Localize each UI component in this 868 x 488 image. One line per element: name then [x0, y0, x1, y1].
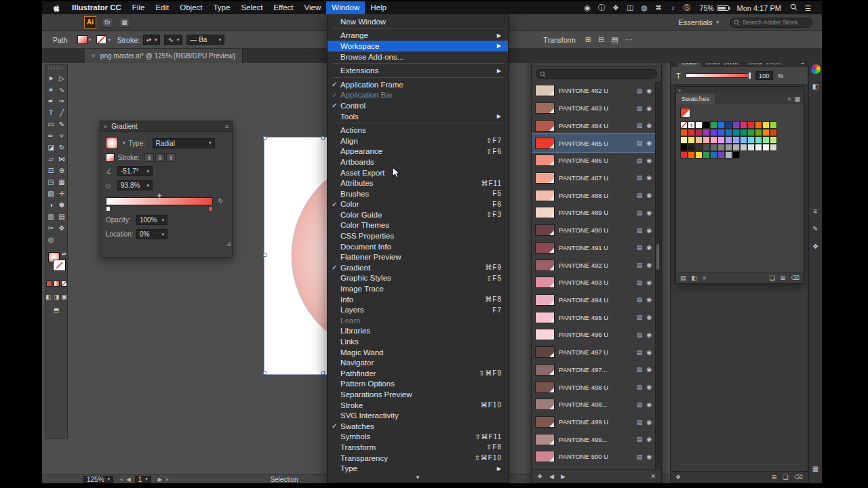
selection-tool[interactable]: ➤	[45, 73, 56, 84]
gradient-annotator-icon[interactable]: ↻	[218, 197, 223, 204]
swatch-libraries-icon[interactable]: ▤	[680, 274, 686, 281]
close-icon[interactable]: ×	[678, 87, 682, 94]
menu-item-color-guide[interactable]: Color Guide⇧F3	[328, 209, 508, 220]
swatch-cell[interactable]	[725, 129, 732, 136]
swatch-cell[interactable]	[703, 144, 710, 151]
pantone-swatch-row[interactable]: PANTONE 493 U▤◉	[532, 274, 655, 291]
swatch-cell[interactable]	[717, 121, 725, 129]
menu-item-gradient[interactable]: ✓Gradient⌘F9	[328, 262, 508, 273]
pen-tool[interactable]: ✒	[45, 96, 56, 107]
screen-mode-button[interactable]: ⬒	[45, 307, 67, 314]
menu-item-appearance[interactable]: Appearance⇧F6	[328, 146, 508, 157]
lasso-tool[interactable]: ∿	[56, 84, 67, 96]
menubar-item-edit[interactable]: Edit	[150, 1, 174, 14]
menu-item-artboards[interactable]: Artboards	[328, 157, 508, 167]
menu-item-type[interactable]: Type▶	[328, 463, 508, 474]
new-item-icon[interactable]: ⊞	[772, 474, 777, 481]
swatch-cell[interactable]	[695, 151, 703, 159]
menu-item-pattern-options[interactable]: Pattern Options	[328, 379, 508, 390]
gradient-thumbnail[interactable]	[106, 137, 118, 149]
menu-item-flattener-preview[interactable]: Flattener Preview	[328, 251, 508, 262]
brush-definition-dropdown[interactable]: — Ba▾	[186, 35, 224, 45]
close-icon[interactable]: ×	[92, 52, 96, 60]
tab-swatches[interactable]: Swatches	[676, 94, 715, 104]
menu-item-extensions[interactable]: Extensions▶	[328, 65, 508, 76]
new-folder-icon[interactable]: ❑	[783, 474, 788, 481]
mission-control-icon[interactable]: ❖	[609, 3, 623, 13]
pantone-swatch-row[interactable]: PANTONE 487 U▤◉	[532, 169, 655, 187]
menu-item-links[interactable]: Links	[328, 336, 508, 347]
paintbrush-tool[interactable]: ✎	[56, 119, 67, 130]
swatch-cell[interactable]	[688, 129, 695, 136]
arrange-documents-button[interactable]: ▦	[119, 17, 130, 28]
swatch-cell[interactable]	[740, 144, 747, 151]
gradient-type-select[interactable]: Radial▾	[153, 138, 215, 148]
selection-handle[interactable]	[263, 136, 267, 140]
notification-center-icon[interactable]: ☰	[801, 4, 815, 12]
stroke-color-chip[interactable]	[96, 35, 106, 44]
swatch-cell[interactable]	[755, 129, 762, 136]
pantone-search-input[interactable]	[536, 69, 657, 79]
swatch-cell[interactable]	[680, 136, 688, 144]
menu-item-application-frame[interactable]: ✓Application Frame	[328, 79, 508, 90]
swatch-cell[interactable]	[725, 151, 732, 159]
menu-item-tools[interactable]: Tools▶	[328, 111, 508, 122]
swatch-cell[interactable]	[710, 129, 717, 136]
swatch-cell[interactable]	[732, 151, 740, 159]
selected-swatch-chip[interactable]	[680, 108, 690, 118]
menu-item-color-themes[interactable]: Color Themes	[328, 220, 508, 231]
scrollbar[interactable]	[655, 82, 660, 468]
swatch-none[interactable]	[680, 121, 688, 129]
more-options-icon[interactable]: ⋯	[625, 35, 633, 44]
direct-selection-tool[interactable]: ▷	[56, 73, 67, 84]
swatch-cell[interactable]	[717, 151, 725, 159]
artboard-prev-icon[interactable]: «	[120, 476, 123, 483]
menu-item-graphic-styles[interactable]: Graphic Styles⇧F5	[328, 273, 508, 284]
swatch-cell[interactable]	[732, 129, 740, 136]
eraser-tool[interactable]: ◪	[45, 142, 56, 153]
menu-scroll-indicator[interactable]: ▼	[328, 474, 508, 481]
transform-panel-link[interactable]: Transform	[543, 36, 575, 44]
fill-color-chip[interactable]	[77, 35, 87, 44]
gradient-opacity-input[interactable]: 100%▾	[136, 215, 167, 225]
menu-item-align[interactable]: Align⇧F7	[328, 136, 508, 146]
swatch-cell[interactable]	[688, 136, 695, 144]
scale-tool[interactable]: ▱	[45, 153, 56, 165]
menubar-item-select[interactable]: Select	[235, 1, 268, 14]
new-color-group-icon[interactable]: ❑	[770, 274, 775, 281]
pantone-swatch-row[interactable]: PANTONE 482 U▤◉	[532, 82, 655, 100]
rotate-tool[interactable]: ↻	[56, 142, 67, 153]
color-wheel-icon[interactable]	[811, 64, 821, 74]
shaper-tool[interactable]: ✧	[56, 130, 67, 142]
gradient-angle-input[interactable]: -51.7°▾	[117, 166, 153, 176]
swatch-cell[interactable]	[680, 151, 688, 159]
spotlight-search-icon[interactable]	[787, 3, 801, 12]
menu-item-new-window[interactable]: New Window	[328, 16, 508, 27]
grid-view-icon[interactable]: ▦	[794, 96, 800, 102]
swatch-cell[interactable]	[725, 144, 732, 151]
swatch-cell[interactable]	[740, 129, 747, 136]
swatch-cell[interactable]	[703, 151, 710, 159]
swatch-cell[interactable]	[725, 136, 732, 144]
color-button[interactable]	[46, 281, 52, 287]
scrollbar-thumb[interactable]	[656, 244, 659, 270]
tint-slider-handle[interactable]	[748, 72, 751, 79]
swatch-cell[interactable]	[710, 144, 717, 151]
pantone-swatch-row[interactable]: PANTONE 500 U▤◉	[532, 448, 655, 466]
close-icon[interactable]: ×	[104, 123, 107, 130]
pantone-swatch-row[interactable]: PANTONE 486 U▤◉	[532, 152, 655, 169]
pantone-swatch-row[interactable]: PANTONE 497...▤◉	[532, 361, 655, 379]
stroke-weight-input[interactable]: ▴▾▾	[143, 35, 161, 45]
gradient-stroke-option-0[interactable]: ▮	[144, 153, 154, 162]
swatch-cell[interactable]	[747, 144, 755, 151]
prev-swatch-page-icon[interactable]: ◀	[549, 473, 554, 480]
shape-builder-tool[interactable]: ⊕	[56, 165, 67, 176]
delete-swatch-icon[interactable]: ⌫	[791, 274, 800, 281]
libraries-fan-icon[interactable]: ❖	[675, 474, 681, 481]
stepper-icons[interactable]: ▴▾	[146, 37, 151, 43]
pantone-swatch-row[interactable]: PANTONE 483 U▤◉	[532, 100, 655, 117]
swatch-cell[interactable]	[725, 121, 732, 129]
selection-handle[interactable]	[263, 371, 267, 375]
menu-item-layers[interactable]: LayersF7	[328, 304, 508, 315]
gradient-panel-title[interactable]: Gradient	[111, 123, 137, 130]
